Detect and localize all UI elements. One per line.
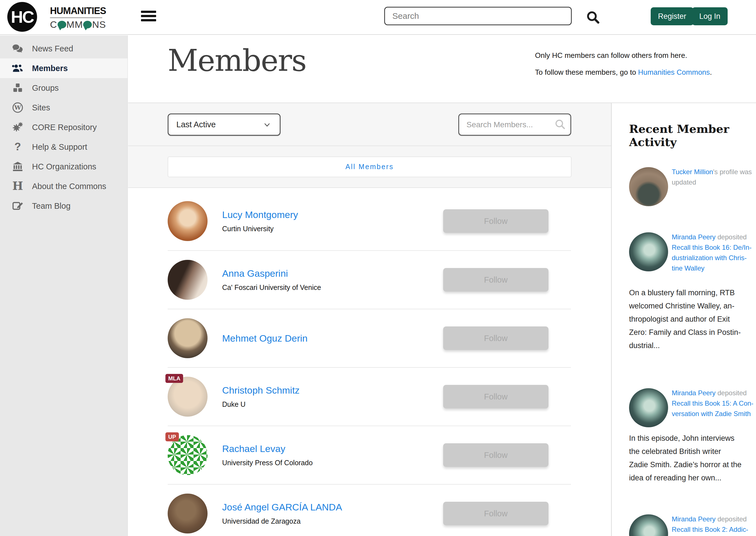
sort-select[interactable]: Last Active [168,114,281,136]
member-name-link[interactable]: José Angel GARCÍA LANDA [222,502,342,513]
wordpress-icon: W [11,101,24,114]
activity-item: Miranda Peery deposited Recall this Book… [629,514,756,536]
activity-actor-link[interactable]: Tucker Million [672,168,713,176]
sidebar-item-hc-organizations[interactable]: HC Organizations [0,157,128,177]
sidebar-item-core-repository[interactable]: CORE Repository [0,117,128,137]
register-button[interactable]: Register [651,7,694,25]
follow-button[interactable]: Follow [443,209,549,233]
member-name-link[interactable]: Christoph Schmitz [222,385,299,396]
humanities-commons-logo[interactable]: HUMANITIES CMMNS [50,5,106,29]
mla-badge: MLA [165,374,183,383]
activity-head: Miranda Peery deposited Recall this Book… [672,232,754,273]
page-title: Members [168,43,306,78]
member-avatar[interactable] [168,318,207,358]
sort-select-value: Last Active [176,120,216,129]
activity-object-link[interactable]: Recall this Book 2: Addic- tion with Gin… [672,524,754,536]
member-info: Lucy Montgomery Curtin University [222,209,298,233]
member-avatar[interactable] [168,201,207,241]
activity-avatar[interactable] [629,232,668,271]
sidebar-item-label: About the Commons [32,182,106,191]
member-name-link[interactable]: Lucy Montgomery [222,209,298,220]
chevron-down-icon [262,120,272,129]
follow-button[interactable]: Follow [443,326,549,350]
activity-avatar[interactable] [629,167,668,206]
left-sidebar: News Feed Members Groups W Sites CORE Re… [0,35,128,536]
site-search-input[interactable] [384,7,572,25]
sidebar-item-label: CORE Repository [32,123,97,132]
member-info: Rachael Levay University Press Of Colora… [222,443,313,467]
tab-all-members[interactable]: All Members [168,156,572,177]
member-avatar[interactable] [168,260,207,300]
hc-logo[interactable]: HC [7,2,37,32]
member-list: Lucy Montgomery Curtin University Follow… [128,188,611,536]
logo-divider [50,17,102,18]
activity-actor-link[interactable]: Miranda Peery [672,389,715,397]
top-header: HC HUMANITIES CMMNS Register Log In [0,0,756,35]
search-icon[interactable] [586,10,600,25]
member-affiliation: Universidad de Zaragoza [222,517,342,525]
member-avatar[interactable]: MLA [168,377,207,417]
question-icon: ? [11,141,24,153]
activity-excerpt: In this episode, John interviews the cel… [629,432,753,485]
members-main-column: Last Active All Members Lucy Montgomery [128,103,612,536]
hamburger-menu-icon[interactable] [141,11,156,23]
follow-button[interactable]: Follow [443,502,549,525]
search-icon[interactable] [554,118,566,130]
sidebar-item-label: Help & Support [32,143,87,152]
member-affiliation: University Press Of Colorado [222,459,313,467]
member-info: Christoph Schmitz Duke U [222,385,299,409]
logo-letters-ns: NS [92,20,106,29]
activity-action: deposited [715,515,747,523]
member-row: Anna Gasperini Ca' Foscari University of… [168,250,571,309]
filter-bar: Last Active [128,103,611,146]
member-name-link[interactable]: Rachael Levay [222,443,285,454]
recent-activity-sidebar: Recent Member Activity Tucker Million's … [612,103,756,536]
activity-object-link[interactable]: Recall this Book 15: A Con- versation wi… [672,398,754,419]
activity-action: deposited [715,233,747,241]
member-affiliation: Duke U [222,400,299,409]
activity-avatar[interactable] [629,388,668,427]
sidebar-item-help-support[interactable]: ? Help & Support [0,137,128,157]
activity-head: Miranda Peery deposited Recall this Book… [672,514,754,536]
activity-item: Miranda Peery deposited Recall this Book… [629,232,756,352]
cubes-icon [11,82,24,94]
notice-period: . [710,68,712,77]
member-search-wrap [458,114,571,136]
member-avatar[interactable]: UP [168,435,207,475]
member-info: José Angel GARCÍA LANDA Universidad de Z… [222,502,342,525]
up-badge: UP [165,432,179,441]
svg-text:H: H [12,180,23,192]
logo-humanities-text: HUMANITIES [50,5,104,16]
sidebar-item-sites[interactable]: W Sites [0,98,128,117]
member-row: José Angel GARCÍA LANDA Universidad de Z… [168,484,571,536]
activity-actor-link[interactable]: Miranda Peery [672,515,715,523]
sidebar-item-label: HC Organizations [32,162,96,171]
activity-excerpt: On a blustery fall morning, RTB welcomed… [629,286,753,352]
sidebar-item-label: Sites [32,103,50,112]
login-button[interactable]: Log In [692,7,728,25]
members-icon [11,62,24,75]
sidebar-item-label: Groups [32,84,59,93]
member-affiliation: Curtin University [222,225,298,233]
member-name-link[interactable]: Mehmet Oguz Derin [222,333,307,344]
gears-icon [11,121,24,134]
follow-button[interactable]: Follow [443,443,549,467]
sidebar-item-label: Team Blog [32,201,71,211]
sidebar-item-about-the-commons[interactable]: H About the Commons [0,177,128,196]
follow-button[interactable]: Follow [443,385,549,409]
logo-commons-text: CMMNS [50,20,106,29]
member-avatar[interactable] [168,493,207,533]
activity-avatar[interactable] [629,514,668,536]
member-row: Mehmet Oguz Derin Follow [168,309,571,367]
member-name-link[interactable]: Anna Gasperini [222,268,288,279]
humanities-commons-link[interactable]: Humanities Commons [638,68,710,77]
activity-actor-link[interactable]: Miranda Peery [672,233,715,241]
follow-button[interactable]: Follow [443,268,549,291]
sidebar-item-news-feed[interactable]: News Feed [0,39,128,58]
sidebar-item-groups[interactable]: Groups [0,78,128,98]
sidebar-item-label: Members [32,64,68,73]
sidebar-item-members[interactable]: Members [0,58,128,78]
sidebar-item-team-blog[interactable]: Team Blog [0,196,128,216]
activity-action: deposited [715,389,747,397]
activity-object-link[interactable]: Recall this Book 16: De/In- dustrializat… [672,242,754,273]
